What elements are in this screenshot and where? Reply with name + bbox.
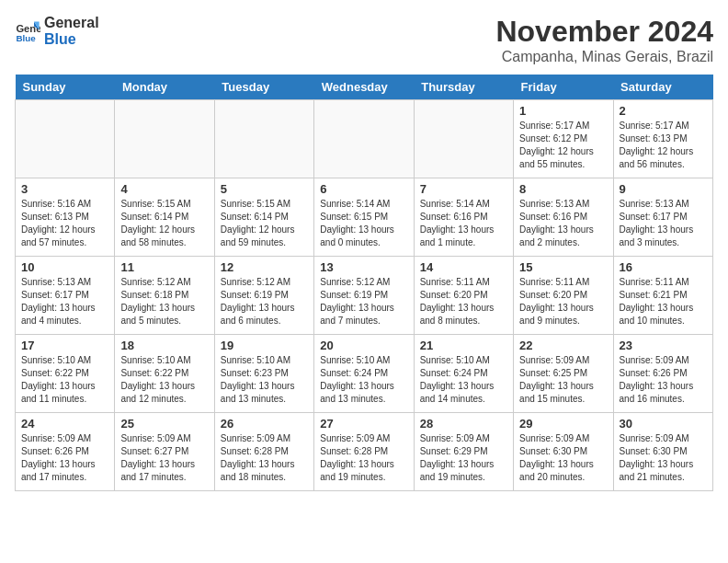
weekday-header-tuesday: Tuesday (214, 75, 313, 100)
day-number: 26 (221, 417, 308, 431)
weekday-header-saturday: Saturday (613, 75, 712, 100)
calendar-header: November 2024 Campanha, Minas Gerais, Br… (495, 15, 713, 65)
day-number: 30 (620, 417, 707, 431)
calendar-subtitle: Campanha, Minas Gerais, Brazil (495, 49, 713, 65)
day-info: Sunrise: 5:14 AM Sunset: 6:15 PM Dayligh… (320, 198, 407, 249)
calendar-cell: 6Sunrise: 5:14 AM Sunset: 6:15 PM Daylig… (314, 178, 414, 257)
weekday-header-friday: Friday (514, 75, 613, 100)
calendar-cell: 27Sunrise: 5:09 AM Sunset: 6:28 PM Dayli… (314, 413, 414, 491)
day-number: 7 (420, 182, 507, 196)
day-info: Sunrise: 5:12 AM Sunset: 6:19 PM Dayligh… (221, 276, 308, 327)
calendar-cell: 15Sunrise: 5:11 AM Sunset: 6:20 PM Dayli… (514, 257, 613, 335)
day-info: Sunrise: 5:09 AM Sunset: 6:28 PM Dayligh… (221, 432, 308, 484)
day-info: Sunrise: 5:17 AM Sunset: 6:13 PM Dayligh… (620, 120, 707, 171)
calendar-cell: 25Sunrise: 5:09 AM Sunset: 6:27 PM Dayli… (115, 413, 214, 491)
day-number: 18 (120, 339, 208, 352)
day-number: 27 (320, 417, 407, 431)
week-row-5: 24Sunrise: 5:09 AM Sunset: 6:26 PM Dayli… (16, 413, 713, 491)
calendar-cell: 2Sunrise: 5:17 AM Sunset: 6:13 PM Daylig… (613, 100, 712, 178)
logo-text-blue: Blue (44, 31, 99, 48)
day-number: 22 (519, 339, 607, 352)
day-info: Sunrise: 5:15 AM Sunset: 6:14 PM Dayligh… (221, 198, 308, 249)
calendar-cell: 13Sunrise: 5:12 AM Sunset: 6:19 PM Dayli… (314, 257, 414, 335)
calendar-cell: 19Sunrise: 5:10 AM Sunset: 6:23 PM Dayli… (214, 335, 313, 413)
week-row-3: 10Sunrise: 5:13 AM Sunset: 6:17 PM Dayli… (16, 257, 713, 335)
day-number: 29 (519, 417, 607, 431)
day-number: 28 (420, 417, 507, 431)
calendar-cell: 9Sunrise: 5:13 AM Sunset: 6:17 PM Daylig… (613, 178, 712, 257)
logo-text-general: General (44, 15, 99, 31)
calendar-cell: 3Sunrise: 5:16 AM Sunset: 6:13 PM Daylig… (16, 178, 115, 257)
day-number: 14 (420, 260, 507, 274)
day-number: 9 (620, 182, 707, 196)
day-info: Sunrise: 5:13 AM Sunset: 6:16 PM Dayligh… (519, 198, 607, 249)
day-number: 17 (21, 339, 108, 352)
calendar-cell: 30Sunrise: 5:09 AM Sunset: 6:30 PM Dayli… (613, 413, 712, 491)
logo-icon: General Blue (15, 18, 40, 44)
day-info: Sunrise: 5:15 AM Sunset: 6:14 PM Dayligh… (120, 198, 208, 249)
calendar-cell (115, 100, 214, 178)
day-info: Sunrise: 5:09 AM Sunset: 6:28 PM Dayligh… (320, 432, 407, 484)
calendar-cell (16, 100, 115, 178)
day-number: 24 (21, 417, 108, 431)
calendar-cell: 28Sunrise: 5:09 AM Sunset: 6:29 PM Dayli… (414, 413, 513, 491)
day-info: Sunrise: 5:11 AM Sunset: 6:20 PM Dayligh… (420, 276, 507, 327)
day-number: 21 (420, 339, 507, 352)
calendar-cell: 7Sunrise: 5:14 AM Sunset: 6:16 PM Daylig… (414, 178, 513, 257)
calendar-cell: 12Sunrise: 5:12 AM Sunset: 6:19 PM Dayli… (214, 257, 313, 335)
weekday-header-monday: Monday (115, 75, 214, 100)
day-info: Sunrise: 5:13 AM Sunset: 6:17 PM Dayligh… (21, 276, 108, 327)
day-number: 13 (320, 260, 407, 274)
day-info: Sunrise: 5:09 AM Sunset: 6:30 PM Dayligh… (620, 432, 707, 484)
week-row-2: 3Sunrise: 5:16 AM Sunset: 6:13 PM Daylig… (16, 178, 713, 257)
page-header: General Blue General Blue November 2024 … (15, 15, 713, 65)
logo: General Blue General Blue (15, 15, 99, 47)
weekday-header-thursday: Thursday (414, 75, 513, 100)
day-info: Sunrise: 5:10 AM Sunset: 6:22 PM Dayligh… (120, 354, 208, 406)
weekday-header-row: SundayMondayTuesdayWednesdayThursdayFrid… (16, 75, 713, 100)
calendar-cell: 16Sunrise: 5:11 AM Sunset: 6:21 PM Dayli… (613, 257, 712, 335)
day-info: Sunrise: 5:12 AM Sunset: 6:19 PM Dayligh… (320, 276, 407, 327)
day-info: Sunrise: 5:16 AM Sunset: 6:13 PM Dayligh… (21, 198, 108, 249)
day-info: Sunrise: 5:09 AM Sunset: 6:25 PM Dayligh… (519, 354, 607, 406)
calendar-cell (314, 100, 414, 178)
day-info: Sunrise: 5:09 AM Sunset: 6:27 PM Dayligh… (120, 432, 208, 484)
week-row-4: 17Sunrise: 5:10 AM Sunset: 6:22 PM Dayli… (16, 335, 713, 413)
day-info: Sunrise: 5:14 AM Sunset: 6:16 PM Dayligh… (420, 198, 507, 249)
calendar-cell: 22Sunrise: 5:09 AM Sunset: 6:25 PM Dayli… (514, 335, 613, 413)
day-number: 4 (120, 182, 208, 196)
calendar-cell: 21Sunrise: 5:10 AM Sunset: 6:24 PM Dayli… (414, 335, 513, 413)
day-info: Sunrise: 5:10 AM Sunset: 6:24 PM Dayligh… (320, 354, 407, 406)
week-row-1: 1Sunrise: 5:17 AM Sunset: 6:12 PM Daylig… (16, 100, 713, 178)
calendar-cell (414, 100, 513, 178)
day-info: Sunrise: 5:09 AM Sunset: 6:30 PM Dayligh… (519, 432, 607, 484)
day-number: 1 (519, 104, 607, 118)
calendar-cell: 29Sunrise: 5:09 AM Sunset: 6:30 PM Dayli… (514, 413, 613, 491)
weekday-header-wednesday: Wednesday (314, 75, 414, 100)
calendar-cell: 20Sunrise: 5:10 AM Sunset: 6:24 PM Dayli… (314, 335, 414, 413)
day-number: 19 (221, 339, 308, 352)
day-info: Sunrise: 5:10 AM Sunset: 6:24 PM Dayligh… (420, 354, 507, 406)
day-info: Sunrise: 5:09 AM Sunset: 6:29 PM Dayligh… (420, 432, 507, 484)
day-number: 20 (320, 339, 407, 352)
calendar-cell: 24Sunrise: 5:09 AM Sunset: 6:26 PM Dayli… (16, 413, 115, 491)
day-info: Sunrise: 5:11 AM Sunset: 6:20 PM Dayligh… (519, 276, 607, 327)
weekday-header-sunday: Sunday (16, 75, 115, 100)
calendar-cell: 26Sunrise: 5:09 AM Sunset: 6:28 PM Dayli… (214, 413, 313, 491)
calendar-cell: 23Sunrise: 5:09 AM Sunset: 6:26 PM Dayli… (613, 335, 712, 413)
calendar-cell: 4Sunrise: 5:15 AM Sunset: 6:14 PM Daylig… (115, 178, 214, 257)
calendar-cell: 5Sunrise: 5:15 AM Sunset: 6:14 PM Daylig… (214, 178, 313, 257)
calendar-cell: 10Sunrise: 5:13 AM Sunset: 6:17 PM Dayli… (16, 257, 115, 335)
day-number: 16 (620, 260, 707, 274)
day-info: Sunrise: 5:11 AM Sunset: 6:21 PM Dayligh… (620, 276, 707, 327)
calendar-cell: 1Sunrise: 5:17 AM Sunset: 6:12 PM Daylig… (514, 100, 613, 178)
calendar-cell (214, 100, 313, 178)
day-number: 3 (21, 182, 108, 196)
day-info: Sunrise: 5:12 AM Sunset: 6:18 PM Dayligh… (120, 276, 208, 327)
calendar-table: SundayMondayTuesdayWednesdayThursdayFrid… (15, 75, 713, 491)
calendar-cell: 14Sunrise: 5:11 AM Sunset: 6:20 PM Dayli… (414, 257, 513, 335)
calendar-cell: 17Sunrise: 5:10 AM Sunset: 6:22 PM Dayli… (16, 335, 115, 413)
day-number: 25 (120, 417, 208, 431)
day-number: 11 (120, 260, 208, 274)
calendar-cell: 11Sunrise: 5:12 AM Sunset: 6:18 PM Dayli… (115, 257, 214, 335)
